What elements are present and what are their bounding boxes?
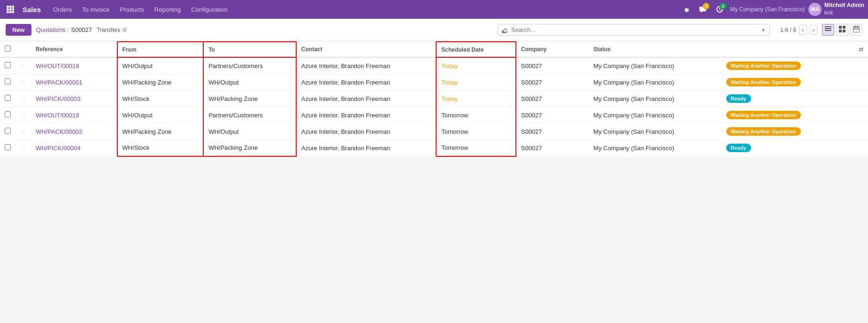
row-checkbox[interactable] (5, 62, 11, 68)
header-from[interactable]: From (117, 42, 204, 57)
header-company[interactable]: Status (589, 42, 721, 57)
pagination: 1-6 / 6 ‹ › (780, 25, 817, 35)
table-row: ☆ WH/OUT/00018 WH/Output Partners/Custom… (0, 57, 868, 74)
nav-configuration[interactable]: Configuration (186, 4, 232, 15)
nav-products[interactable]: Products (115, 4, 148, 15)
row-status: Ready (722, 140, 854, 156)
nav-reporting[interactable]: Reporting (150, 4, 185, 15)
header-source-doc[interactable]: Company (516, 42, 589, 57)
svg-rect-14 (843, 26, 845, 29)
row-contact: Azure Interior, Brandon Freeman (296, 123, 436, 140)
row-reference[interactable]: WH/PACK/00001 (31, 74, 117, 91)
list-view-button[interactable] (822, 24, 834, 36)
row-reference[interactable]: WH/PICK/00003 (31, 91, 117, 107)
chat-icon[interactable]: 4 (696, 3, 709, 16)
row-status: Ready (722, 91, 854, 107)
table-row: ☆ WH/PACK/00002 WH/Packing Zone WH/Outpu… (0, 123, 868, 140)
svg-rect-16 (843, 30, 845, 32)
svg-rect-3 (7, 8, 9, 11)
row-checkbox[interactable] (5, 128, 11, 134)
row-to: WH/Output (203, 123, 296, 140)
header-status[interactable] (722, 42, 854, 57)
transfers-label: Transfers (97, 27, 120, 33)
row-reference[interactable]: WH/OUT/00019 (31, 107, 117, 123)
header-settings[interactable]: ⇄ (854, 42, 868, 57)
svg-rect-10 (825, 26, 831, 27)
header-to[interactable]: To (203, 42, 296, 57)
row-status: Waiting Another Operation (722, 57, 854, 74)
search-dropdown-button[interactable]: ▾ (761, 27, 766, 33)
nav-brand[interactable]: Sales (19, 6, 45, 14)
top-navigation: Sales Orders To Invoice Products Reporti… (0, 0, 868, 19)
svg-rect-7 (9, 11, 12, 13)
activity-icon[interactable]: 2 (713, 3, 726, 16)
row-settings (854, 74, 868, 91)
table-row: ☆ WH/OUT/00019 WH/Output Partners/Custom… (0, 107, 868, 123)
breadcrumb-parent[interactable]: Quotations (36, 26, 66, 33)
breadcrumb-id[interactable]: S00027 (71, 26, 92, 33)
row-reference[interactable]: WH/PACK/00002 (31, 123, 117, 140)
kanban-view-button[interactable] (836, 24, 848, 36)
header-checkbox[interactable] (0, 42, 15, 57)
svg-rect-6 (7, 11, 9, 13)
row-star[interactable]: ☆ (15, 140, 31, 156)
row-checkbox[interactable] (5, 95, 11, 101)
svg-rect-11 (825, 28, 831, 29)
row-checkbox-cell (0, 91, 15, 107)
user-menu[interactable]: MA Mitchell Admin knk (808, 2, 864, 16)
transfers-gear-icon[interactable]: ⚙ (122, 27, 127, 33)
nav-to-invoice[interactable]: To Invoice (77, 4, 115, 15)
row-source-doc: S00027 (516, 74, 589, 91)
pagination-next-button[interactable]: › (810, 25, 817, 35)
row-star[interactable]: ☆ (15, 123, 31, 140)
header-scheduled-date[interactable]: Scheduled Date (436, 42, 515, 57)
row-checkbox[interactable] (5, 111, 11, 117)
svg-rect-20 (853, 29, 860, 30)
row-settings (854, 140, 868, 156)
row-source-doc: S00027 (516, 91, 589, 107)
row-checkbox-cell (0, 74, 15, 91)
header-contact[interactable]: Contact (296, 42, 436, 57)
row-source-doc: S00027 (516, 107, 589, 123)
search-bar: ▾ (498, 24, 770, 36)
row-star[interactable]: ☆ (15, 91, 31, 107)
header-reference[interactable]: Reference (31, 42, 117, 57)
row-status: Waiting Another Operation (722, 74, 854, 91)
select-all-checkbox[interactable] (5, 46, 11, 52)
row-reference[interactable]: WH/PICK/00004 (31, 140, 117, 156)
row-checkbox[interactable] (5, 78, 11, 85)
search-icon (502, 27, 508, 33)
row-contact: Azure Interior, Brandon Freeman (296, 91, 436, 107)
row-checkbox[interactable] (5, 144, 11, 150)
apps-icon[interactable] (4, 3, 17, 16)
svg-rect-8 (12, 11, 14, 13)
row-star[interactable]: ☆ (15, 107, 31, 123)
transfers-table: Reference From To Contact Scheduled Date… (0, 41, 868, 157)
breadcrumb: Quotations / S00027 (36, 26, 92, 33)
row-checkbox-cell (0, 140, 15, 156)
settings-nav-icon[interactable] (679, 3, 692, 16)
status-badge: Ready (726, 144, 751, 152)
toolbar: New Quotations / S00027 Transfers ⚙ ▾ 1-… (0, 19, 868, 41)
row-reference[interactable]: WH/OUT/00018 (31, 57, 117, 74)
new-button[interactable]: New (6, 24, 31, 36)
pagination-prev-button[interactable]: ‹ (799, 25, 807, 35)
svg-rect-12 (825, 30, 831, 31)
breadcrumb-current: S00027 (71, 26, 92, 33)
row-contact: Azure Interior, Brandon Freeman (296, 140, 436, 156)
status-badge: Waiting Another Operation (726, 111, 801, 119)
calendar-view-button[interactable] (850, 24, 862, 36)
row-source-doc: S00027 (516, 123, 589, 140)
row-star[interactable]: ☆ (15, 57, 31, 74)
svg-rect-19 (857, 26, 858, 28)
row-star[interactable]: ☆ (15, 74, 31, 91)
svg-rect-4 (9, 8, 12, 11)
company-name[interactable]: My Company (San Francisco) (730, 6, 805, 13)
table-header-row: Reference From To Contact Scheduled Date… (0, 42, 868, 57)
row-source-doc: S00027 (516, 140, 589, 156)
svg-rect-15 (839, 30, 842, 32)
nav-orders[interactable]: Orders (48, 4, 77, 15)
status-badge: Ready (726, 94, 751, 103)
search-input[interactable] (511, 26, 761, 33)
column-settings-icon[interactable]: ⇄ (859, 46, 863, 53)
